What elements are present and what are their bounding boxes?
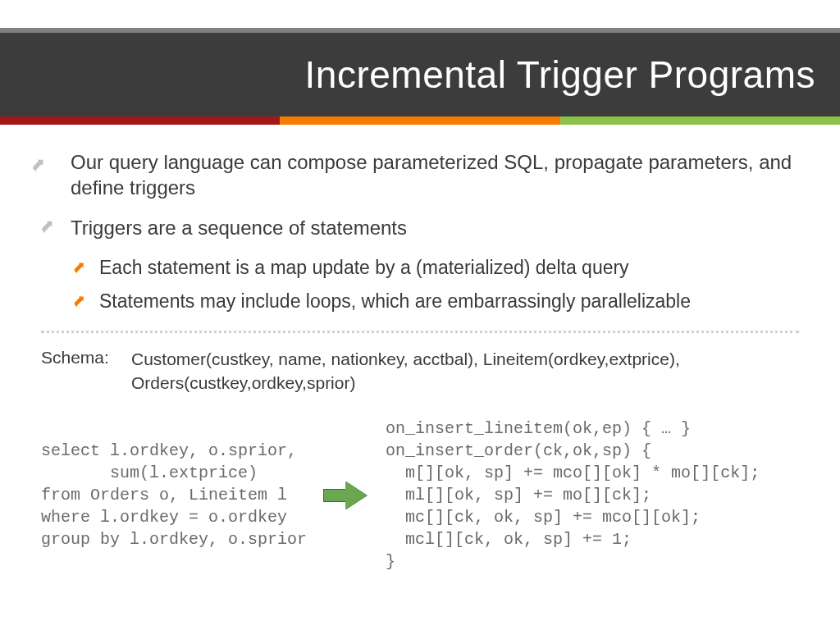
accent-strip <box>0 116 840 125</box>
slide-title: Incremental Trigger Programs <box>0 52 815 97</box>
arrow-icon: ➦ <box>34 214 63 243</box>
bullet-2a-text: Each statement is a map update by a (mat… <box>99 256 629 281</box>
slide: Incremental Trigger Programs ➦ Our query… <box>0 0 840 630</box>
bullet-2b: ➦ Statements may include loops, which ar… <box>74 290 799 314</box>
right-arrow-icon <box>323 482 369 509</box>
bullet-1: ➦ Our query language can compose paramet… <box>41 149 799 200</box>
bullet-2b-text: Statements may include loops, which are … <box>99 290 691 314</box>
bullet-2-text: Triggers are a sequence of statements <box>71 215 407 240</box>
trigger-code-right: on_insert_lineitem(ok,ep) { … } on_inser… <box>386 418 799 573</box>
arrow-icon: ➦ <box>25 152 72 199</box>
dotted-divider <box>41 331 799 333</box>
bullet-2a: ➦ Each statement is a map update by a (m… <box>74 256 799 281</box>
schema-row: Schema: Customer(custkey, name, nationke… <box>41 348 799 395</box>
accent-orange <box>280 116 559 125</box>
sql-code-left: select l.ordkey, o.sprior, sum(l.extpric… <box>41 440 307 550</box>
schema-label: Schema: <box>41 348 131 395</box>
accent-red <box>0 116 280 125</box>
title-bar: Incremental Trigger Programs <box>0 33 840 116</box>
code-row: select l.ordkey, o.sprior, sum(l.extpric… <box>41 418 799 573</box>
bullet-2: ➦ Triggers are a sequence of statements <box>41 215 799 240</box>
arrow-icon: ➦ <box>67 254 94 281</box>
arrow-icon: ➦ <box>67 289 94 316</box>
accent-green <box>560 116 840 125</box>
schema-text: Customer(custkey, name, nationkey, acctb… <box>131 348 799 395</box>
slide-body: ➦ Our query language can compose paramet… <box>0 125 840 573</box>
bullet-1-text: Our query language can compose parameter… <box>71 149 799 200</box>
